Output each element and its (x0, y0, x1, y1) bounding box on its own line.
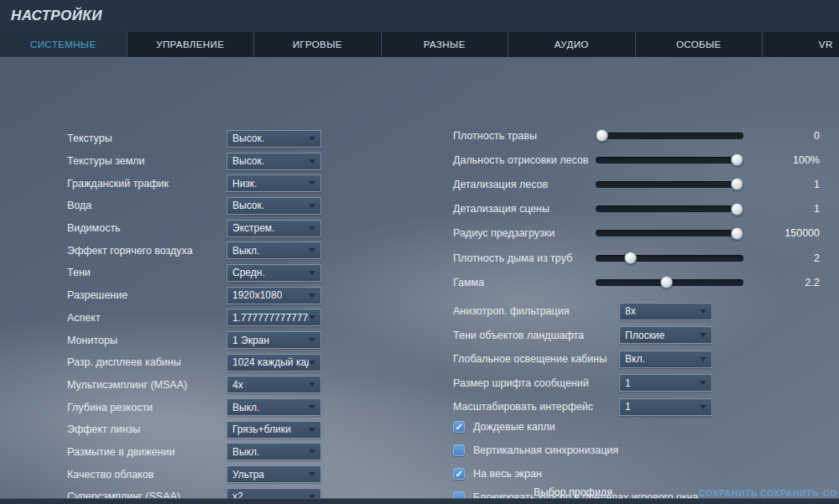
chevron-down-icon (309, 449, 315, 454)
dropdown-value: 1024 каждый кадр (232, 356, 309, 368)
scene-detail-slider[interactable] (596, 205, 743, 212)
setting-row: Качество облаков Ультра (67, 463, 321, 486)
dropdown-value: Плоские (625, 330, 664, 341)
right-selects-group: Анизотроп. фильтрация 8x Тени объектов л… (453, 299, 712, 419)
slider-knob[interactable] (731, 178, 743, 190)
setting-label: Видимость (67, 222, 227, 234)
tab-controls[interactable]: УПРАВЛЕНИЕ (128, 32, 255, 57)
chevron-down-icon (309, 204, 315, 208)
slider-knob[interactable] (624, 252, 637, 264)
heat-haze-dropdown[interactable]: Выкл. (227, 242, 321, 259)
chimney-smoke-density-slider[interactable] (596, 255, 743, 262)
chevron-down-icon (700, 309, 706, 314)
setting-label: Гражданский трафик (67, 178, 227, 190)
save-profile-1-link[interactable]: СОХРАНИТЬ (699, 488, 756, 498)
slider-value: 1 (743, 203, 820, 215)
msaa-dropdown[interactable]: 4x (227, 376, 321, 393)
ui-scale-dropdown[interactable]: 1 (619, 398, 712, 416)
chevron-down-icon (309, 405, 315, 409)
shadows-dropdown[interactable]: Средн. (227, 264, 321, 282)
cockpit-global-illumination-dropdown[interactable]: Вкл. (619, 351, 712, 368)
chevron-down-icon (309, 338, 315, 342)
chevron-down-icon (700, 381, 706, 385)
setting-label: Мониторы (67, 335, 227, 346)
checkbox-label: На весь экран (473, 468, 542, 480)
ground-textures-dropdown[interactable]: Высок. (227, 153, 321, 170)
chevron-down-icon (309, 271, 315, 275)
aspect-dropdown[interactable]: 1.7777777777778 (227, 309, 321, 326)
slider-knob[interactable] (731, 203, 743, 216)
save-profile-2-link[interactable]: СОХРАНИТЬ (760, 488, 816, 498)
anisotropic-filter-dropdown[interactable]: 8x (619, 303, 712, 320)
water-dropdown[interactable]: Высок. (227, 197, 321, 215)
cloud-quality-dropdown[interactable]: Ультра (227, 465, 321, 483)
slider-label: Плотность дыма из труб (453, 252, 596, 264)
landscape-object-shadows-dropdown[interactable]: Плоские (619, 326, 712, 344)
setting-row: Текстуры Высок. (67, 127, 321, 150)
profile-select-caption: Выбор профиля (489, 486, 657, 498)
depth-of-field-dropdown[interactable]: Выкл. (227, 398, 321, 416)
dropdown-value: Высок. (232, 155, 264, 167)
textures-dropdown[interactable]: Высок. (227, 130, 321, 148)
setting-label: Эффект горячего воздуха (67, 245, 227, 257)
setting-label: Тени объектов ландшафта (453, 330, 619, 341)
slider-label: Детализация лесов (453, 179, 596, 190)
dropdown-value: 1 (625, 401, 631, 413)
save-profile-3-link[interactable]: СО (823, 488, 839, 498)
forest-detail-slider[interactable] (596, 181, 743, 188)
dropdown-value: Выкл. (232, 446, 259, 458)
setting-label: Текстуры (67, 132, 227, 144)
slider-label: Гамма (453, 277, 596, 288)
dropdown-value: 1 Экран (232, 335, 269, 346)
lens-effect-dropdown[interactable]: Грязь+блики (227, 421, 321, 439)
setting-row: Эффект горячего воздуха Выкл. (67, 239, 321, 262)
dropdown-value: 1920x1080 (232, 289, 282, 301)
tab-special[interactable]: ОСОБЫЕ (636, 32, 763, 57)
visibility-dropdown[interactable]: Экстрем. (227, 220, 321, 237)
tab-system[interactable]: СИСТЕМНЫЕ (0, 32, 128, 57)
dropdown-value: Высок. (232, 132, 264, 144)
tab-vr[interactable]: VR (763, 32, 839, 57)
gamma-slider[interactable] (596, 279, 743, 286)
slider-row: Плотность травы 0 (453, 123, 820, 148)
slider-knob[interactable] (731, 227, 743, 240)
dropdown-value: Низк. (232, 178, 257, 190)
forest-draw-distance-slider[interactable] (596, 157, 743, 164)
setting-label: Размер шрифта сообщений (453, 377, 619, 389)
slider-row: Детализация лесов 1 (453, 172, 820, 196)
settings-screen: НАСТРОЙКИ СИСТЕМНЫЕ УПРАВЛЕНИЕ ИГРОВЫЕ Р… (0, 0, 839, 504)
slider-knob[interactable] (596, 129, 608, 142)
dropdown-value: Грязь+блики (232, 423, 291, 435)
dropdown-value: Выкл. (232, 402, 259, 413)
tab-game[interactable]: ИГРОВЫЕ (254, 32, 382, 57)
tab-audio[interactable]: АУДИО (508, 32, 636, 57)
monitors-dropdown[interactable]: 1 Экран (227, 331, 321, 349)
slider-label: Дальность отрисовки лесов (453, 154, 596, 166)
dropdown-value: Вкл. (625, 353, 645, 365)
resolution-dropdown[interactable]: 1920x1080 (227, 287, 321, 304)
setting-row: Разр. дисплеев кабины 1024 каждый кадр (67, 351, 321, 374)
cockpit-display-res-dropdown[interactable]: 1024 каждый кадр (227, 354, 321, 372)
message-font-size-dropdown[interactable]: 1 (619, 374, 712, 392)
chevron-down-icon (309, 428, 315, 432)
slider-value: 1 (743, 179, 820, 190)
left-settings-column: Текстуры Высок. Текстуры земли Высок. Гр… (67, 127, 321, 504)
settings-content: Текстуры Высок. Текстуры земли Высок. Гр… (0, 57, 839, 498)
setting-label: Текстуры земли (67, 155, 227, 167)
preload-radius-slider[interactable] (596, 230, 743, 236)
setting-label: Масштабировать интерфейс (453, 401, 619, 413)
slider-knob[interactable] (731, 153, 743, 166)
grass-density-slider[interactable] (596, 132, 743, 139)
tab-misc[interactable]: РАЗНЫЕ (382, 32, 509, 57)
checkbox-row: ✓ Дождевые капли (453, 415, 820, 439)
vsync-checkbox[interactable] (453, 444, 465, 456)
setting-label: Анизотроп. фильтрация (453, 305, 619, 317)
civil-traffic-dropdown[interactable]: Низк. (227, 174, 321, 192)
fullscreen-checkbox[interactable]: ✓ (453, 468, 465, 480)
slider-knob[interactable] (660, 276, 673, 288)
chevron-down-icon (309, 248, 315, 252)
motion-blur-dropdown[interactable]: Выкл. (227, 443, 321, 460)
setting-label: Эффект линзы (67, 423, 227, 435)
raindrops-checkbox[interactable]: ✓ (453, 421, 465, 433)
chevron-down-icon (700, 333, 706, 337)
